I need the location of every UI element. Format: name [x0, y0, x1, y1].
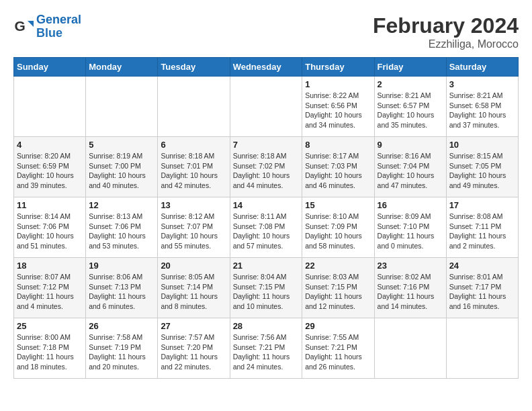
logo-text: General Blue	[36, 13, 81, 40]
calendar-cell: 16Sunrise: 8:09 AM Sunset: 7:10 PM Dayli…	[374, 197, 446, 258]
title-section: February 2024 Ezzhiliga, Morocco	[373, 13, 519, 50]
day-number: 10	[449, 140, 515, 150]
location-title: Ezzhiliga, Morocco	[373, 38, 519, 50]
weekday-header-tuesday: Tuesday	[158, 58, 230, 77]
logo-line1: General	[36, 13, 81, 26]
day-info: Sunrise: 8:19 AM Sunset: 7:00 PM Dayligh…	[89, 151, 154, 191]
weekday-header-saturday: Saturday	[446, 58, 518, 77]
logo-icon: G	[13, 17, 34, 37]
calendar-cell: 4Sunrise: 8:20 AM Sunset: 6:59 PM Daylig…	[14, 137, 86, 197]
calendar-header: SundayMondayTuesdayWednesdayThursdayFrid…	[14, 58, 519, 77]
month-title: February 2024	[373, 13, 519, 38]
calendar-cell: 21Sunrise: 8:04 AM Sunset: 7:15 PM Dayli…	[230, 258, 302, 318]
calendar-week-1: 1Sunrise: 8:22 AM Sunset: 6:56 PM Daylig…	[14, 77, 519, 137]
calendar-cell: 18Sunrise: 8:07 AM Sunset: 7:12 PM Dayli…	[14, 258, 86, 318]
day-info: Sunrise: 8:04 AM Sunset: 7:15 PM Dayligh…	[233, 272, 300, 312]
calendar-week-2: 4Sunrise: 8:20 AM Sunset: 6:59 PM Daylig…	[14, 137, 519, 197]
calendar-cell: 5Sunrise: 8:19 AM Sunset: 7:00 PM Daylig…	[86, 137, 158, 197]
day-info: Sunrise: 8:11 AM Sunset: 7:08 PM Dayligh…	[233, 212, 300, 251]
weekday-header-sunday: Sunday	[14, 58, 86, 77]
day-number: 26	[89, 321, 154, 331]
day-info: Sunrise: 8:13 AM Sunset: 7:06 PM Dayligh…	[89, 212, 154, 251]
calendar-week-5: 25Sunrise: 8:00 AM Sunset: 7:18 PM Dayli…	[14, 318, 519, 379]
calendar-cell: 23Sunrise: 8:02 AM Sunset: 7:16 PM Dayli…	[374, 258, 446, 318]
day-info: Sunrise: 8:01 AM Sunset: 7:17 PM Dayligh…	[449, 272, 515, 312]
calendar-cell: 8Sunrise: 8:17 AM Sunset: 7:03 PM Daylig…	[302, 137, 374, 197]
calendar-cell	[230, 77, 302, 137]
day-number: 14	[233, 200, 300, 210]
calendar-cell	[374, 318, 446, 379]
day-number: 22	[305, 261, 371, 271]
day-number: 9	[378, 140, 443, 150]
calendar-cell: 27Sunrise: 7:57 AM Sunset: 7:20 PM Dayli…	[158, 318, 230, 379]
day-number: 4	[17, 140, 83, 150]
day-info: Sunrise: 8:06 AM Sunset: 7:13 PM Dayligh…	[89, 272, 154, 312]
calendar-cell: 29Sunrise: 7:55 AM Sunset: 7:21 PM Dayli…	[302, 318, 374, 379]
day-info: Sunrise: 8:20 AM Sunset: 6:59 PM Dayligh…	[17, 151, 83, 191]
day-info: Sunrise: 8:22 AM Sunset: 6:56 PM Dayligh…	[305, 91, 371, 130]
calendar-cell	[158, 77, 230, 137]
calendar-cell: 2Sunrise: 8:21 AM Sunset: 6:57 PM Daylig…	[374, 77, 446, 137]
day-number: 11	[17, 200, 83, 210]
day-number: 24	[449, 261, 515, 271]
calendar-cell: 3Sunrise: 8:21 AM Sunset: 6:58 PM Daylig…	[446, 77, 518, 137]
day-info: Sunrise: 8:21 AM Sunset: 6:57 PM Dayligh…	[378, 91, 443, 130]
day-info: Sunrise: 8:21 AM Sunset: 6:58 PM Dayligh…	[449, 91, 515, 130]
day-number: 8	[305, 140, 371, 150]
weekday-header-friday: Friday	[374, 58, 446, 77]
calendar-cell	[86, 77, 158, 137]
day-info: Sunrise: 8:02 AM Sunset: 7:16 PM Dayligh…	[378, 272, 443, 312]
day-number: 28	[233, 321, 300, 331]
day-number: 20	[161, 261, 226, 271]
day-number: 12	[89, 200, 154, 210]
day-info: Sunrise: 8:16 AM Sunset: 7:04 PM Dayligh…	[378, 151, 443, 191]
calendar-cell: 14Sunrise: 8:11 AM Sunset: 7:08 PM Dayli…	[230, 197, 302, 258]
day-number: 15	[305, 200, 371, 210]
calendar-cell: 12Sunrise: 8:13 AM Sunset: 7:06 PM Dayli…	[86, 197, 158, 258]
weekday-header-wednesday: Wednesday	[230, 58, 302, 77]
calendar-cell: 25Sunrise: 8:00 AM Sunset: 7:18 PM Dayli…	[14, 318, 86, 379]
day-number: 3	[449, 79, 515, 89]
day-number: 19	[89, 261, 154, 271]
calendar-cell: 24Sunrise: 8:01 AM Sunset: 7:17 PM Dayli…	[446, 258, 518, 318]
day-info: Sunrise: 8:03 AM Sunset: 7:15 PM Dayligh…	[305, 272, 371, 312]
calendar-cell	[446, 318, 518, 379]
weekday-header-row: SundayMondayTuesdayWednesdayThursdayFrid…	[14, 58, 519, 77]
calendar-cell	[14, 77, 86, 137]
day-number: 29	[305, 321, 371, 331]
day-info: Sunrise: 8:18 AM Sunset: 7:02 PM Dayligh…	[233, 151, 300, 191]
day-number: 7	[233, 140, 300, 150]
calendar-cell: 7Sunrise: 8:18 AM Sunset: 7:02 PM Daylig…	[230, 137, 302, 197]
svg-text:G: G	[15, 18, 26, 34]
day-info: Sunrise: 8:05 AM Sunset: 7:14 PM Dayligh…	[161, 272, 226, 312]
calendar-cell: 15Sunrise: 8:10 AM Sunset: 7:09 PM Dayli…	[302, 197, 374, 258]
day-number: 27	[161, 321, 226, 331]
calendar-cell: 9Sunrise: 8:16 AM Sunset: 7:04 PM Daylig…	[374, 137, 446, 197]
day-info: Sunrise: 8:18 AM Sunset: 7:01 PM Dayligh…	[161, 151, 226, 191]
page-header: G General Blue February 2024 Ezzhiliga, …	[13, 13, 519, 50]
calendar-cell: 19Sunrise: 8:06 AM Sunset: 7:13 PM Dayli…	[86, 258, 158, 318]
calendar-cell: 6Sunrise: 8:18 AM Sunset: 7:01 PM Daylig…	[158, 137, 230, 197]
day-info: Sunrise: 8:15 AM Sunset: 7:05 PM Dayligh…	[449, 151, 515, 191]
calendar-cell: 17Sunrise: 8:08 AM Sunset: 7:11 PM Dayli…	[446, 197, 518, 258]
calendar-cell: 13Sunrise: 8:12 AM Sunset: 7:07 PM Dayli…	[158, 197, 230, 258]
day-number: 6	[161, 140, 226, 150]
calendar-cell: 22Sunrise: 8:03 AM Sunset: 7:15 PM Dayli…	[302, 258, 374, 318]
day-number: 5	[89, 140, 154, 150]
day-info: Sunrise: 8:10 AM Sunset: 7:09 PM Dayligh…	[305, 212, 371, 251]
day-info: Sunrise: 8:08 AM Sunset: 7:11 PM Dayligh…	[449, 212, 515, 251]
day-number: 16	[378, 200, 443, 210]
logo-line2: Blue	[36, 26, 62, 40]
logo: G General Blue	[13, 13, 81, 40]
calendar-cell: 20Sunrise: 8:05 AM Sunset: 7:14 PM Dayli…	[158, 258, 230, 318]
day-number: 1	[305, 79, 371, 89]
day-info: Sunrise: 7:58 AM Sunset: 7:19 PM Dayligh…	[89, 332, 154, 372]
calendar-week-3: 11Sunrise: 8:14 AM Sunset: 7:06 PM Dayli…	[14, 197, 519, 258]
calendar-body: 1Sunrise: 8:22 AM Sunset: 6:56 PM Daylig…	[14, 77, 519, 379]
day-number: 23	[378, 261, 443, 271]
weekday-header-thursday: Thursday	[302, 58, 374, 77]
svg-marker-1	[28, 21, 34, 27]
calendar-cell: 1Sunrise: 8:22 AM Sunset: 6:56 PM Daylig…	[302, 77, 374, 137]
day-number: 2	[378, 79, 443, 89]
day-number: 25	[17, 321, 83, 331]
